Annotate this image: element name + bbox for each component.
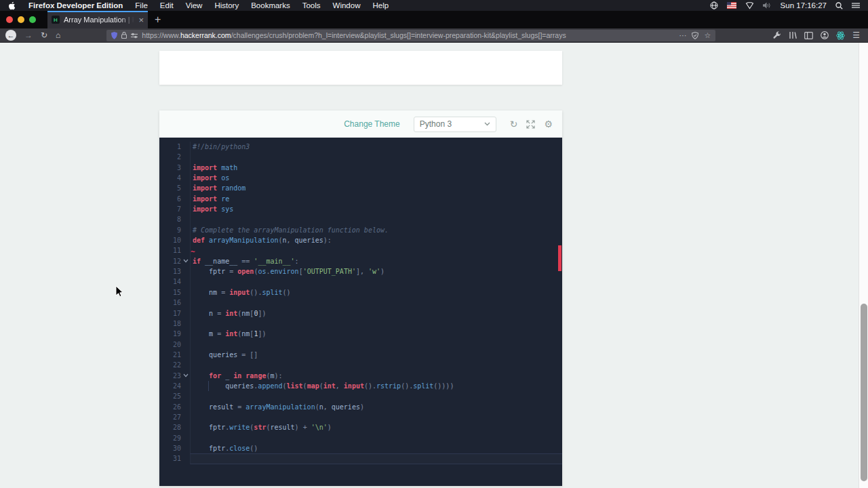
code-line[interactable]: 1#!/bin/python3 <box>159 142 562 152</box>
code-editor[interactable]: 1#!/bin/python323import math4import os5i… <box>159 138 562 486</box>
code-line[interactable]: 8 <box>159 214 562 224</box>
back-button[interactable]: ← <box>5 30 16 41</box>
code-token: str <box>254 424 266 431</box>
page-scrollbar[interactable] <box>859 43 868 488</box>
code-line[interactable]: 29 <box>159 433 562 443</box>
bookmark-star-icon[interactable]: ☆ <box>704 32 711 39</box>
menubar-item-tools[interactable]: Tools <box>302 1 321 9</box>
spotlight-search-icon[interactable] <box>835 2 843 9</box>
code-text: import random <box>190 183 562 193</box>
fold-gutter <box>181 152 190 162</box>
code-line[interactable]: 4import os <box>159 173 562 183</box>
language-select[interactable]: Python 3 <box>414 117 496 132</box>
code-token: ): <box>275 372 283 380</box>
code-line[interactable]: 11 <box>159 245 562 256</box>
permissions-icon[interactable] <box>131 33 138 39</box>
fold-gutter <box>181 298 190 308</box>
code-line[interactable]: 20 <box>159 340 562 350</box>
extension-atom-icon[interactable] <box>836 31 845 40</box>
code-text: import os <box>190 173 562 183</box>
code-line[interactable]: 5import random <box>159 183 562 193</box>
menubar-item-file[interactable]: File <box>135 1 148 9</box>
menubar-app-name[interactable]: Firefox Developer Edition <box>28 1 123 9</box>
change-theme-link[interactable]: Change Theme <box>344 119 400 129</box>
code-line[interactable]: 23 for _ in range(m): <box>159 371 562 381</box>
line-number: 8 <box>159 214 181 224</box>
lock-icon[interactable] <box>121 32 127 39</box>
page-actions-icon[interactable]: ⋯ <box>679 32 686 39</box>
code-token: [] <box>250 351 258 359</box>
globe-input-icon[interactable] <box>710 1 718 9</box>
menubar-item-view[interactable]: View <box>186 1 203 9</box>
code-line[interactable]: 30 fptr.close() <box>159 443 562 453</box>
apple-icon[interactable] <box>8 1 16 10</box>
shield-check-icon[interactable] <box>692 32 698 39</box>
code-line[interactable]: 12if __name__ == '__main__': <box>159 256 562 266</box>
editor-settings-gear-icon[interactable]: ⚙ <box>544 119 553 129</box>
code-line[interactable]: 17 n = int(nm[0]) <box>159 308 562 319</box>
code-line[interactable]: 19 m = int(nm[1]) <box>159 329 562 339</box>
fold-chevron-icon[interactable] <box>181 256 190 266</box>
zoom-window-button[interactable] <box>29 16 36 23</box>
code-line[interactable]: 9# Complete the arrayManipulation functi… <box>159 225 562 235</box>
hamburger-menu-icon[interactable]: ☰ <box>852 31 860 39</box>
page-scrollbar-thumb[interactable] <box>861 304 867 481</box>
us-flag-icon[interactable] <box>727 2 736 9</box>
close-window-button[interactable] <box>6 16 13 23</box>
fold-gutter <box>181 422 190 432</box>
url-bar[interactable]: https://www.hackerrank.com/challenges/cr… <box>106 30 715 41</box>
code-line[interactable]: 18 <box>159 319 562 329</box>
tracking-shield-icon[interactable] <box>111 32 117 39</box>
fold-chevron-icon[interactable] <box>181 371 190 381</box>
code-line[interactable]: 6import re <box>159 194 562 204</box>
code-line[interactable]: 2 <box>159 152 562 162</box>
code-token: open <box>237 268 254 275</box>
library-icon[interactable] <box>789 31 797 39</box>
minimize-window-button[interactable] <box>18 16 24 23</box>
volume-muted-icon[interactable] <box>763 2 772 9</box>
code-token: fptr <box>209 424 225 431</box>
reset-code-icon[interactable]: ↻ <box>510 119 518 129</box>
code-line[interactable]: 22 <box>159 360 562 370</box>
sidebars-icon[interactable] <box>804 32 813 39</box>
code-line[interactable]: 14 <box>159 277 562 287</box>
code-line[interactable]: 16 <box>159 298 562 308</box>
reload-button[interactable]: ↻ <box>41 31 47 39</box>
code-line[interactable]: 24 queries.append(list(map(int, input().… <box>159 381 562 391</box>
code-line[interactable]: 3import math <box>159 163 562 173</box>
menubar-item-edit[interactable]: Edit <box>160 1 174 9</box>
url-text[interactable]: https://www.hackerrank.com/challenges/cr… <box>142 31 675 39</box>
line-number: 25 <box>159 391 181 401</box>
menubar-item-help[interactable]: Help <box>372 1 389 9</box>
new-tab-button[interactable]: + <box>155 14 161 25</box>
devtools-wrench-icon[interactable] <box>772 31 781 40</box>
hackerrank-favicon: H <box>52 16 60 24</box>
code-token: list <box>287 382 303 390</box>
code-line[interactable]: 7import sys <box>159 204 562 214</box>
code-line[interactable]: 31 <box>159 453 562 464</box>
menubar-clock[interactable]: Sun 17:16:27 <box>781 1 827 9</box>
menubar-item-bookmarks[interactable]: Bookmarks <box>251 1 290 9</box>
notification-center-icon[interactable] <box>852 2 860 9</box>
code-line[interactable]: 27 <box>159 412 562 422</box>
menubar-item-history[interactable]: History <box>214 1 239 9</box>
code-token: int <box>225 310 237 317</box>
home-button[interactable]: ⌂ <box>56 31 60 39</box>
code-token: () <box>250 445 258 452</box>
code-line[interactable]: 28 fptr.write(str(result) + '\n') <box>159 422 562 432</box>
code-line[interactable]: 25 <box>159 391 562 401</box>
kite-status-icon[interactable] <box>745 2 754 9</box>
account-icon[interactable] <box>821 31 829 39</box>
menubar-item-window[interactable]: Window <box>333 1 361 9</box>
forward-button[interactable]: → <box>24 31 33 39</box>
code-line[interactable]: 21 queries = [] <box>159 350 562 360</box>
code-token: queries <box>295 237 323 244</box>
tab-close-icon[interactable]: × <box>138 16 144 24</box>
fullscreen-icon[interactable] <box>526 120 535 129</box>
code-line[interactable]: 15 nm = input().split() <box>159 287 562 298</box>
code-line[interactable]: 10def arrayManipulation(n, queries): <box>159 235 562 245</box>
code-line[interactable]: 13 fptr = open(os.environ['OUTPUT_PATH']… <box>159 266 562 277</box>
fold-gutter <box>181 287 190 298</box>
code-line[interactable]: 26 result = arrayManipulation(n, queries… <box>159 402 562 412</box>
browser-tab-active[interactable]: H Array Manipulation | HackerRan × <box>47 11 148 28</box>
